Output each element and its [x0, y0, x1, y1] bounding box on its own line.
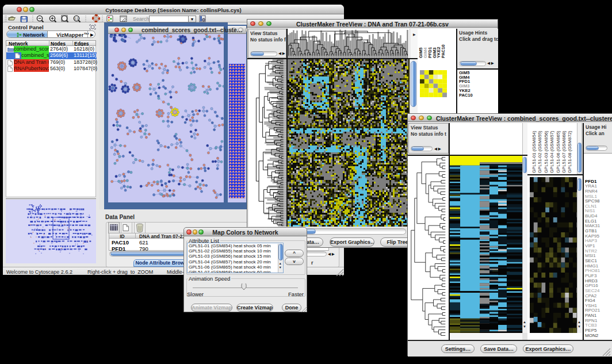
svg-text:RPO21: RPO21	[585, 308, 600, 313]
svg-text:HAP3: HAP3	[585, 238, 597, 243]
svg-text:GTB1: GTB1	[585, 228, 597, 233]
svg-text:GPL51-06 (GSM865): GPL51-06 (GSM865)	[556, 131, 561, 173]
svg-text:GPL51-04 (GSM857): GPL51-04 (GSM857)	[549, 131, 554, 173]
svg-text:MON2: MON2	[585, 333, 599, 338]
svg-text:SEC24: SEC24	[585, 288, 600, 293]
svg-text:MSI1: MSI1	[585, 253, 596, 258]
svg-text:HRD3: HRD3	[585, 278, 598, 283]
svg-text:GPL51-03 (GSM856): GPL51-03 (GSM856)	[544, 131, 549, 173]
svg-text:GPL51-01 (GSM854): GPL51-01 (GSM854)	[531, 131, 537, 173]
svg-text:PEP5: PEP5	[585, 328, 597, 333]
svg-text:GPL51-08 (GSM872): GPL51-08 (GSM872)	[567, 131, 572, 173]
svg-text:RPN1: RPN1	[585, 318, 598, 323]
svg-text:FIG4: FIG4	[585, 298, 595, 303]
svg-text:NIS1: NIS1	[585, 208, 595, 213]
svg-text:ELG1: ELG1	[585, 219, 597, 224]
svg-text:Search:: Search:	[133, 16, 151, 22]
svg-text:YRA1: YRA1	[585, 183, 597, 189]
svg-text:SEC1: SEC1	[585, 258, 597, 263]
svg-text:PAC10: PAC10	[441, 44, 446, 58]
svg-text:1:1: 1:1	[75, 17, 79, 20]
svg-text:RNR4: RNR4	[585, 189, 598, 194]
svg-text:GPL51-02 (GSM855): GPL51-02 (GSM855)	[537, 131, 542, 173]
svg-text:GPL51-07 (GSM868): GPL51-07 (GSM868)	[561, 131, 567, 173]
svg-text:PUF3: PUF3	[585, 273, 597, 278]
svg-text:SPC98: SPC98	[585, 198, 600, 204]
